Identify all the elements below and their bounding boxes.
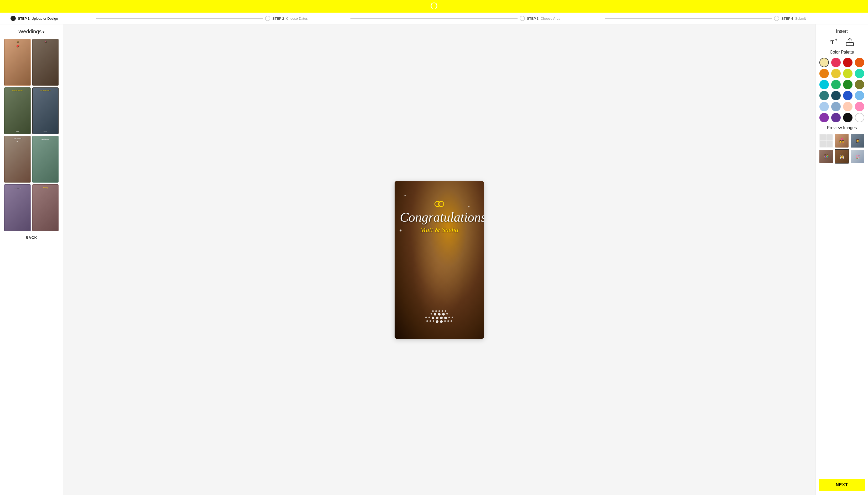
- color-swatch-pale-blue[interactable]: [819, 102, 829, 111]
- color-swatch-light-yellow[interactable]: [819, 58, 829, 67]
- filter-congrats-text: Congratulations: [400, 210, 478, 224]
- template-thumb-1[interactable]: 👫 ❤️: [4, 39, 31, 86]
- color-swatch-hot-pink[interactable]: [831, 58, 841, 67]
- snapchat-logo: [430, 2, 438, 11]
- template-thumb-5[interactable]: They Said Yes! 👁: [4, 136, 31, 183]
- step-2-dot: [265, 16, 270, 21]
- preview-thumb-western-wedding[interactable]: 🤵: [850, 133, 865, 148]
- preview-images-title: Preview Images: [827, 126, 857, 130]
- sparkle-1: ✦: [404, 194, 407, 198]
- category-selector[interactable]: Weddings: [18, 29, 44, 35]
- preview-thumb-white-wedding[interactable]: 💒: [850, 149, 865, 164]
- svg-rect-4: [846, 42, 854, 46]
- main-layout: Weddings 👫 ❤️ 💑 Congratulations: [0, 24, 868, 495]
- color-swatch-light-blue[interactable]: [855, 91, 864, 100]
- color-swatch-orange[interactable]: [855, 58, 864, 67]
- steps-bar: STEP 1 Upload or Design STEP 2 Choose Da…: [0, 13, 868, 24]
- step-3-item[interactable]: STEP 3 Choose Area: [520, 16, 603, 21]
- dots-decoration: [395, 310, 484, 323]
- sparkle-3: ✦: [399, 228, 402, 233]
- sparkle-2: ✦: [467, 205, 471, 209]
- step-3-dot: [520, 16, 525, 21]
- svg-text:+: +: [835, 38, 837, 42]
- color-swatch-dark-green[interactable]: [843, 80, 853, 89]
- color-swatch-yellow[interactable]: [831, 69, 841, 78]
- insert-icons: T +: [829, 37, 855, 47]
- color-swatch-olive[interactable]: [855, 80, 864, 89]
- back-button[interactable]: BACK: [25, 235, 37, 240]
- preview-thumb-couple-closeup[interactable]: 👫: [819, 149, 833, 164]
- color-swatch-dark-red[interactable]: [843, 58, 853, 67]
- filter-background: Congratulations Matt & Sneha ✦ ✦ ✦: [395, 181, 484, 339]
- template-grid: 👫 ❤️ 💑 Congratulations ✦ ✦ ✦: [2, 39, 61, 231]
- insert-title: Insert: [836, 29, 848, 34]
- color-swatch-dark-orange[interactable]: [819, 69, 829, 78]
- center-panel: Congratulations Matt & Sneha ✦ ✦ ✦: [63, 24, 815, 495]
- preview-images-grid: 💑 🤵 👫 👰 💒: [819, 133, 865, 163]
- step-1-label: STEP 1 Upload or Design: [18, 16, 58, 21]
- left-panel: Weddings 👫 ❤️ 💑 Congratulations: [0, 24, 63, 495]
- color-swatch-purple[interactable]: [819, 113, 829, 122]
- color-swatch-yellow-green[interactable]: [843, 69, 853, 78]
- template-thumb-4[interactable]: Congratulations • • • • • •: [32, 88, 59, 134]
- color-swatch-white[interactable]: [855, 113, 864, 122]
- right-panel: Insert T + Color Palette: [815, 24, 868, 495]
- template-thumb-8[interactable]: Wedding: [32, 184, 59, 231]
- top-bar: [0, 0, 868, 13]
- preview-thumb-indian-bride[interactable]: 👰: [835, 149, 850, 164]
- filter-text-overlay: Congratulations Matt & Sneha: [395, 200, 484, 234]
- color-palette-title: Color Palette: [830, 50, 854, 55]
- preview-thumb-blank[interactable]: [819, 133, 833, 148]
- template-thumb-3[interactable]: Congratulations ✦ ✦ ✦: [4, 88, 31, 134]
- step-4-item[interactable]: STEP 4 Submit: [774, 16, 857, 21]
- filter-preview: Congratulations Matt & Sneha ✦ ✦ ✦: [395, 181, 484, 339]
- preview-thumb-indian-wedding[interactable]: 💑: [835, 133, 850, 148]
- color-swatch-steel-blue[interactable]: [831, 102, 841, 111]
- filter-names-text: Matt & Sneha: [400, 226, 478, 234]
- step-4-dot: [774, 16, 779, 21]
- step-3-label: STEP 3 Choose Area: [527, 16, 560, 21]
- upload-image-button[interactable]: [845, 37, 855, 47]
- step-1-item[interactable]: STEP 1 Upload or Design: [11, 16, 94, 21]
- step-1-dot: [11, 16, 16, 21]
- color-swatch-dark-teal[interactable]: [819, 91, 829, 100]
- color-swatch-peach[interactable]: [843, 102, 853, 111]
- color-swatch-dark-blue-teal[interactable]: [831, 91, 841, 100]
- color-swatch-green[interactable]: [831, 80, 841, 89]
- text-insert-button[interactable]: T +: [829, 37, 839, 47]
- color-swatch-dark-purple[interactable]: [831, 113, 841, 122]
- color-swatch-blue[interactable]: [843, 91, 853, 100]
- color-swatch-black[interactable]: [843, 113, 853, 122]
- template-thumb-7[interactable]: Just Married: [4, 184, 31, 231]
- template-thumb-6[interactable]: Just Married!: [32, 136, 59, 183]
- next-button[interactable]: NEXT: [819, 479, 865, 491]
- svg-text:T: T: [830, 39, 834, 45]
- svg-point-1: [438, 201, 444, 207]
- step-2-item[interactable]: STEP 2 Choose Dates: [265, 16, 349, 21]
- color-swatch-teal-green[interactable]: [855, 69, 864, 78]
- template-thumb-2[interactable]: 💑: [32, 39, 59, 86]
- color-swatch-cyan[interactable]: [819, 80, 829, 89]
- step-4-label: STEP 4 Submit: [781, 16, 806, 21]
- color-swatch-pink[interactable]: [855, 102, 864, 111]
- color-palette-grid: [819, 58, 865, 122]
- step-2-label: STEP 2 Choose Dates: [272, 16, 308, 21]
